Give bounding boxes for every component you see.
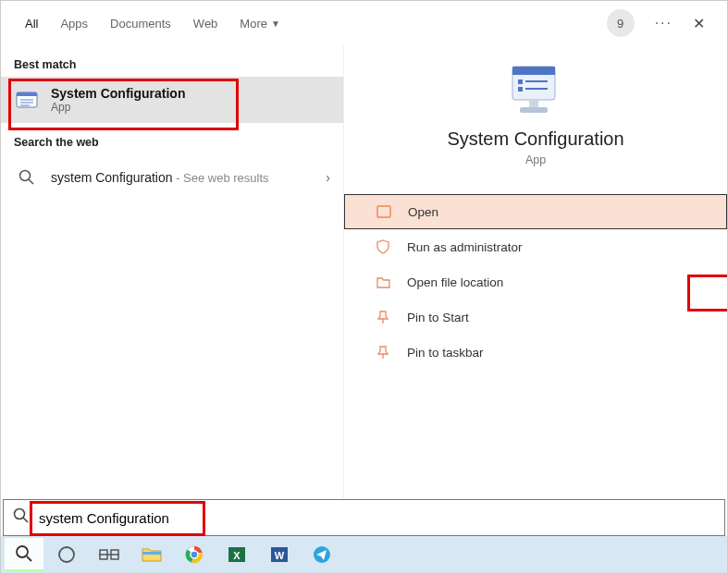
- best-match-heading: Best match: [1, 45, 343, 77]
- action-label: Open file location: [407, 275, 503, 289]
- svg-rect-10: [518, 87, 523, 92]
- pin-icon: [374, 311, 392, 324]
- best-match-title: System Configuration: [51, 86, 185, 101]
- action-run-admin[interactable]: Run as administrator: [344, 229, 727, 264]
- folder-icon: [374, 276, 392, 288]
- search-icon: [14, 165, 40, 190]
- action-pin-taskbar[interactable]: Pin to taskbar: [344, 335, 727, 370]
- best-match-subtitle: App: [51, 101, 185, 114]
- close-icon[interactable]: ✕: [680, 15, 714, 32]
- web-result-suffix: - See web results: [173, 171, 269, 185]
- svg-rect-14: [520, 107, 548, 113]
- taskbar-chrome-icon[interactable]: [175, 538, 214, 571]
- svg-rect-15: [377, 206, 390, 217]
- svg-rect-24: [142, 552, 161, 555]
- action-open-location[interactable]: Open file location: [344, 264, 727, 299]
- rewards-badge[interactable]: 9: [607, 9, 635, 37]
- results-left-column: Best match System Configuration App Sear…: [1, 45, 343, 498]
- taskbar-taskview-button[interactable]: [90, 538, 129, 571]
- svg-point-18: [17, 546, 28, 557]
- best-match-result[interactable]: System Configuration App: [1, 77, 343, 123]
- svg-line-17: [23, 518, 28, 522]
- search-input[interactable]: [39, 510, 715, 526]
- svg-point-5: [20, 171, 31, 181]
- search-bar[interactable]: [3, 499, 725, 536]
- tab-documents[interactable]: Documents: [99, 1, 182, 45]
- detail-pane: System Configuration App Open Run as adm…: [343, 45, 727, 498]
- web-result-query: system Configuration: [51, 170, 173, 185]
- action-label: Pin to Start: [407, 311, 469, 324]
- msconfig-icon: [14, 87, 40, 113]
- taskbar-telegram-icon[interactable]: [302, 538, 341, 571]
- action-label: Open: [408, 205, 438, 219]
- dropdown-arrow-icon: ▼: [271, 18, 280, 29]
- search-tabs-row: All Apps Documents Web More▼ 9 ··· ✕: [1, 1, 727, 45]
- detail-title: System Configuration: [344, 128, 727, 150]
- svg-line-19: [27, 556, 31, 561]
- taskbar-cortana-button[interactable]: [47, 538, 86, 571]
- open-icon: [375, 205, 393, 218]
- svg-point-16: [15, 509, 25, 519]
- action-pin-start[interactable]: Pin to Start: [344, 299, 727, 335]
- chevron-right-icon: ›: [326, 170, 330, 185]
- svg-rect-8: [512, 67, 555, 75]
- shield-icon: [374, 239, 392, 254]
- tab-more[interactable]: More▼: [228, 1, 291, 45]
- svg-point-20: [59, 547, 74, 562]
- taskbar-word-icon[interactable]: W: [260, 538, 299, 571]
- search-web-heading: Search the web: [1, 123, 343, 154]
- svg-rect-1: [17, 92, 37, 96]
- tab-web[interactable]: Web: [182, 1, 229, 45]
- more-options-icon[interactable]: ···: [648, 15, 680, 31]
- svg-text:W: W: [275, 550, 285, 561]
- action-label: Run as administrator: [407, 240, 523, 254]
- tab-all[interactable]: All: [14, 1, 49, 45]
- search-results-split: Best match System Configuration App Sear…: [1, 45, 727, 498]
- svg-line-6: [29, 179, 33, 184]
- svg-point-26: [191, 551, 198, 558]
- web-result-row[interactable]: system Configuration - See web results ›: [1, 154, 343, 201]
- taskbar-search-button[interactable]: [5, 538, 43, 571]
- taskbar-explorer-icon[interactable]: [132, 538, 171, 571]
- detail-app-icon: [503, 62, 568, 117]
- svg-text:X: X: [233, 550, 241, 561]
- taskbar: X W: [1, 536, 727, 573]
- taskbar-excel-icon[interactable]: X: [217, 538, 256, 571]
- detail-subtitle: App: [344, 153, 727, 166]
- search-icon: [13, 507, 30, 528]
- action-open[interactable]: Open: [344, 194, 727, 229]
- pin-icon: [374, 346, 392, 360]
- svg-rect-9: [518, 79, 523, 84]
- action-label: Pin to taskbar: [407, 346, 484, 360]
- svg-rect-13: [529, 100, 538, 107]
- tab-apps[interactable]: Apps: [49, 1, 99, 45]
